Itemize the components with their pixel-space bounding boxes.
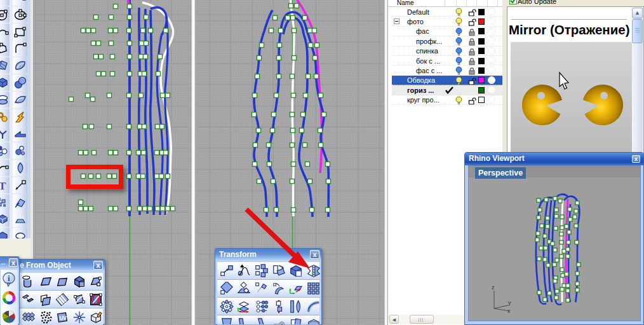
svg-text:i: i [8,273,10,283]
svg-text:T: T [0,180,6,191]
svg-text:UV: UV [59,315,67,321]
svg-text:y: y [508,300,511,306]
svg-text:z: z [492,284,495,291]
svg-text:x: x [507,308,511,314]
